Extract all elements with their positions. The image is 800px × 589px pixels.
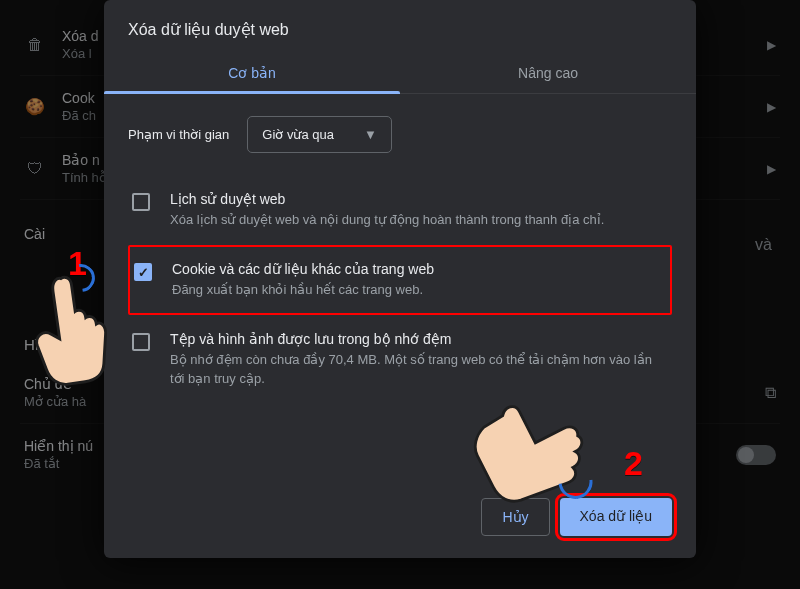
- annotation-number-1: 1: [68, 244, 87, 283]
- option-title: Cookie và các dữ liệu khác của trang web: [172, 261, 666, 277]
- time-range-label: Phạm vi thời gian: [128, 127, 229, 142]
- option-cookies[interactable]: ✓ Cookie và các dữ liệu khác của trang w…: [128, 245, 672, 315]
- option-cache[interactable]: Tệp và hình ảnh được lưu trong bộ nhớ đệ…: [128, 315, 672, 403]
- checkbox-cache[interactable]: [132, 333, 150, 351]
- annotation-number-2: 2: [624, 444, 643, 483]
- chevron-right-icon: ▶: [767, 100, 776, 114]
- checkbox-history[interactable]: [132, 193, 150, 211]
- cancel-button[interactable]: Hủy: [481, 498, 549, 536]
- checkbox-cookies[interactable]: ✓: [134, 263, 152, 281]
- tab-advanced[interactable]: Nâng cao: [400, 53, 696, 93]
- time-range-row: Phạm vi thời gian Giờ vừa qua ▼: [104, 94, 696, 163]
- cookie-icon: 🍪: [24, 97, 46, 116]
- chevron-right-icon: ▶: [767, 38, 776, 52]
- option-title: Lịch sử duyệt web: [170, 191, 668, 207]
- options-list: Lịch sử duyệt web Xóa lịch sử duyệt web …: [104, 163, 696, 416]
- clear-browsing-data-dialog: Xóa dữ liệu duyệt web Cơ bản Nâng cao Ph…: [104, 0, 696, 558]
- tab-indicator: [104, 91, 400, 94]
- toggle-switch[interactable]: [736, 445, 776, 465]
- external-link-icon: ⧉: [765, 384, 776, 402]
- option-sub: Xóa lịch sử duyệt web và nội dung tự độn…: [170, 211, 668, 229]
- dialog-title: Xóa dữ liệu duyệt web: [104, 0, 696, 53]
- option-sub: Đăng xuất bạn khỏi hầu hết các trang web…: [172, 281, 666, 299]
- trash-icon: 🗑: [24, 36, 46, 54]
- clear-data-button[interactable]: Xóa dữ liệu: [560, 498, 672, 536]
- option-history[interactable]: Lịch sử duyệt web Xóa lịch sử duyệt web …: [128, 175, 672, 245]
- option-sub: Bộ nhớ đệm còn chưa đầy 70,4 MB. Một số …: [170, 351, 668, 387]
- tab-basic[interactable]: Cơ bản: [104, 53, 400, 93]
- shield-icon: 🛡: [24, 160, 46, 178]
- time-range-value: Giờ vừa qua: [262, 127, 334, 142]
- caret-down-icon: ▼: [364, 127, 377, 142]
- dialog-footer: Hủy Xóa dữ liệu: [104, 480, 696, 558]
- check-icon: ✓: [138, 265, 149, 280]
- chevron-right-icon: ▶: [767, 162, 776, 176]
- dialog-tabs: Cơ bản Nâng cao: [104, 53, 696, 94]
- option-title: Tệp và hình ảnh được lưu trong bộ nhớ đệ…: [170, 331, 668, 347]
- time-range-select[interactable]: Giờ vừa qua ▼: [247, 116, 392, 153]
